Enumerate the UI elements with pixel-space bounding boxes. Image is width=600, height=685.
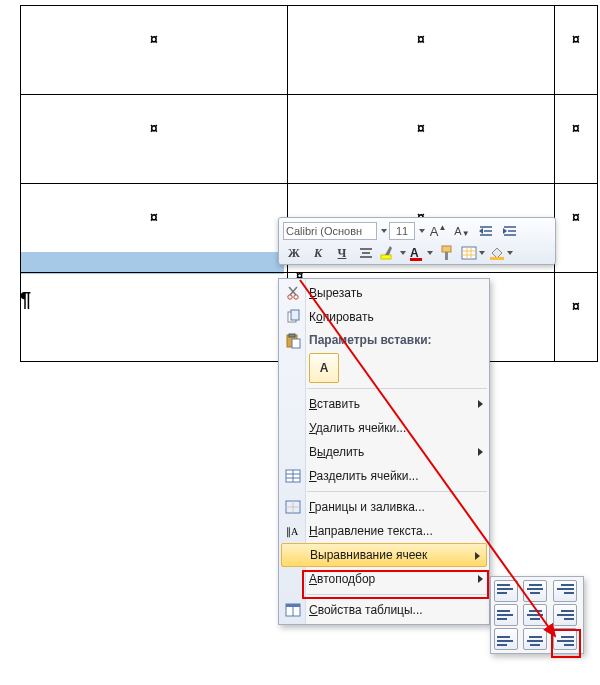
svg-rect-29 bbox=[292, 339, 300, 348]
table-cell[interactable] bbox=[21, 273, 288, 362]
menu-borders-shading[interactable]: Границы и заливка... bbox=[279, 495, 489, 519]
svg-rect-26 bbox=[291, 310, 299, 320]
copy-icon bbox=[283, 307, 303, 327]
svg-marker-3 bbox=[479, 228, 483, 234]
insert-table-button[interactable] bbox=[460, 242, 486, 264]
shading-button[interactable] bbox=[488, 242, 514, 264]
align-bottom-center[interactable] bbox=[523, 628, 547, 650]
underline-button[interactable]: Ч bbox=[331, 242, 353, 264]
submenu-arrow-icon bbox=[478, 575, 483, 583]
submenu-arrow-icon bbox=[478, 400, 483, 408]
menu-copy-label: Копировать bbox=[309, 310, 374, 324]
table-cell[interactable]: ¤ bbox=[21, 6, 288, 95]
mini-toolbar: A▲ A▼ Ж К Ч A bbox=[278, 217, 556, 265]
bold-button[interactable]: Ж bbox=[283, 242, 305, 264]
svg-rect-14 bbox=[445, 252, 448, 260]
menu-autofit[interactable]: Автоподбор bbox=[279, 567, 489, 591]
table-properties-icon bbox=[283, 600, 303, 620]
svg-rect-20 bbox=[490, 257, 504, 260]
shrink-font-button[interactable]: A▼ bbox=[451, 220, 473, 242]
table-cell[interactable]: ¤ bbox=[555, 273, 598, 362]
paste-option-keep-text[interactable]: A bbox=[309, 353, 339, 383]
menu-separator bbox=[307, 491, 487, 492]
grow-font-button[interactable]: A▲ bbox=[427, 220, 449, 242]
menu-borders-shading-label: Границы и заливка... bbox=[309, 500, 425, 514]
svg-text:∥A: ∥A bbox=[286, 526, 299, 538]
menu-insert[interactable]: Вставить bbox=[279, 392, 489, 416]
align-top-left[interactable] bbox=[494, 580, 518, 602]
menu-cell-alignment-label: Выравнивание ячеек bbox=[310, 548, 427, 562]
submenu-arrow-icon bbox=[475, 552, 480, 560]
highlight-button[interactable] bbox=[379, 242, 407, 264]
menu-cut-label: Вырезать bbox=[309, 286, 362, 300]
align-middle-center[interactable] bbox=[523, 604, 547, 626]
menu-split-cells[interactable]: Разделить ячейки... bbox=[279, 464, 489, 488]
menu-table-properties-label: Свойства таблицы... bbox=[309, 603, 423, 617]
table-cell[interactable]: ¤ bbox=[288, 6, 555, 95]
svg-marker-7 bbox=[503, 228, 507, 234]
menu-cell-alignment[interactable]: Выравнивание ячеек bbox=[281, 543, 487, 567]
cut-icon bbox=[283, 283, 303, 303]
font-name-dropdown-icon[interactable] bbox=[381, 229, 387, 233]
svg-marker-12 bbox=[385, 246, 392, 255]
menu-copy[interactable]: Копировать bbox=[279, 305, 489, 329]
font-size-input[interactable] bbox=[389, 222, 415, 240]
borders-icon bbox=[283, 497, 303, 517]
menu-paste-options-header: Параметры вставки: bbox=[279, 329, 489, 351]
menu-autofit-label: Автоподбор bbox=[309, 572, 375, 586]
svg-point-21 bbox=[288, 295, 292, 299]
svg-line-23 bbox=[290, 287, 297, 295]
svg-rect-28 bbox=[289, 334, 295, 337]
align-top-center[interactable] bbox=[523, 580, 547, 602]
menu-paste-options-label: Параметры вставки: bbox=[309, 333, 432, 347]
table-cell[interactable]: ¤ bbox=[555, 95, 598, 184]
svg-rect-39 bbox=[286, 604, 300, 607]
menu-separator bbox=[307, 594, 487, 595]
increase-indent-button[interactable] bbox=[499, 220, 521, 242]
svg-rect-11 bbox=[381, 255, 391, 259]
menu-text-direction-label: Направление текста... bbox=[309, 524, 433, 538]
align-middle-left[interactable] bbox=[494, 604, 518, 626]
text-direction-icon: ∥A bbox=[283, 521, 303, 541]
menu-table-properties[interactable]: Свойства таблицы... bbox=[279, 598, 489, 622]
svg-rect-15 bbox=[462, 247, 476, 259]
menu-select-label: Выделить bbox=[309, 445, 364, 459]
paste-icon bbox=[283, 331, 303, 351]
table-cell[interactable]: ¤ bbox=[21, 184, 288, 273]
font-name-input[interactable] bbox=[283, 222, 377, 240]
menu-cut[interactable]: Вырезать bbox=[279, 281, 489, 305]
table-cell[interactable]: ¤ bbox=[21, 95, 288, 184]
menu-delete-cells[interactable]: Удалить ячейки... bbox=[279, 416, 489, 440]
table-cell[interactable]: ¤ bbox=[555, 184, 598, 273]
align-middle-right[interactable] bbox=[553, 604, 577, 626]
format-painter-button[interactable] bbox=[436, 242, 458, 264]
font-color-button[interactable]: A bbox=[409, 242, 434, 264]
svg-line-24 bbox=[289, 287, 296, 295]
align-bottom-left[interactable] bbox=[494, 628, 518, 650]
context-menu: Вырезать Копировать Параметры вставки: A… bbox=[278, 278, 490, 625]
menu-insert-label: Вставить bbox=[309, 397, 360, 411]
menu-delete-cells-label: Удалить ячейки... bbox=[309, 421, 406, 435]
submenu-arrow-icon bbox=[478, 448, 483, 456]
menu-select[interactable]: Выделить bbox=[279, 440, 489, 464]
font-size-dropdown-icon[interactable] bbox=[419, 229, 425, 233]
svg-rect-13 bbox=[442, 246, 451, 252]
italic-button[interactable]: К bbox=[307, 242, 329, 264]
menu-text-direction[interactable]: ∥A Направление текста... bbox=[279, 519, 489, 543]
decrease-indent-button[interactable] bbox=[475, 220, 497, 242]
svg-point-22 bbox=[294, 295, 298, 299]
paste-options-row: A bbox=[279, 351, 489, 385]
align-bottom-right[interactable] bbox=[553, 628, 577, 650]
split-cells-icon bbox=[283, 466, 303, 486]
table-cell[interactable]: ¤ bbox=[555, 6, 598, 95]
menu-separator bbox=[307, 388, 487, 389]
menu-split-cells-label: Разделить ячейки... bbox=[309, 469, 419, 483]
align-center-button[interactable] bbox=[355, 242, 377, 264]
align-top-right[interactable] bbox=[553, 580, 577, 602]
table-cell[interactable]: ¤ bbox=[288, 95, 555, 184]
cell-alignment-submenu bbox=[490, 576, 584, 654]
